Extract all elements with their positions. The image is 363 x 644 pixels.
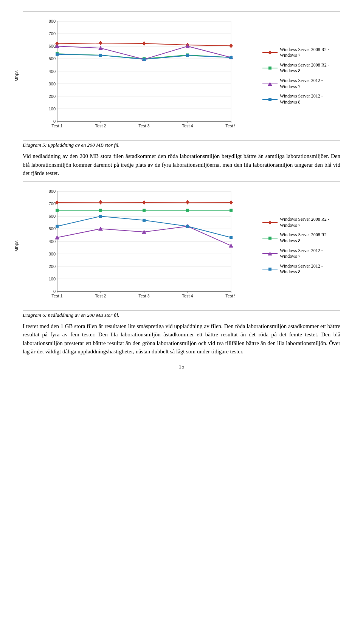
legend-label-4: Windows Server 2012 - Windows 8 xyxy=(280,93,336,105)
chart2-legend: Windows Server 2008 R2 - Windows 7 Windo… xyxy=(257,186,336,307)
svg-text:100: 100 xyxy=(49,107,56,111)
svg-rect-108 xyxy=(143,218,146,221)
svg-rect-109 xyxy=(186,224,189,228)
svg-rect-107 xyxy=(99,215,102,218)
legend-item-1: Windows Server 2008 R2 - Windows 7 xyxy=(262,47,336,59)
svg-text:600: 600 xyxy=(49,44,56,48)
svg-text:400: 400 xyxy=(49,239,56,243)
svg-rect-55 xyxy=(268,67,271,70)
chart2-legend-label-2: Windows Server 2008 R2 - Windows 8 xyxy=(280,232,336,244)
svg-text:Test 1: Test 1 xyxy=(51,294,62,298)
body-text-2: I testet med den 1 GB stora filen är res… xyxy=(23,322,340,356)
chart2-legend-item-4: Windows Server 2012 - Windows 8 xyxy=(262,263,336,275)
svg-text:800: 800 xyxy=(49,19,56,23)
svg-rect-98 xyxy=(143,209,146,212)
svg-text:Test 3: Test 3 xyxy=(138,294,149,298)
svg-text:200: 200 xyxy=(49,94,56,99)
svg-rect-106 xyxy=(56,224,59,228)
svg-text:700: 700 xyxy=(49,201,56,206)
chart1-container: Mbps 0100200300400500600700800Test 1Test… xyxy=(23,11,340,141)
svg-rect-48 xyxy=(143,58,146,61)
svg-text:200: 200 xyxy=(49,264,56,268)
chart2-container: Mbps 0100200300400500600700800Test 1Test… xyxy=(23,181,340,311)
svg-rect-114 xyxy=(268,237,271,240)
svg-rect-96 xyxy=(56,209,59,212)
svg-text:Test 5: Test 5 xyxy=(225,124,235,128)
chart1-area: Mbps 0100200300400500600700800Test 1Test… xyxy=(23,15,257,136)
chart1-legend: Windows Server 2008 R2 - Windows 7 Windo… xyxy=(257,15,336,136)
chart2-caption: Diagram 6: nedladdning av en 200 MB stor… xyxy=(23,312,340,318)
chart2-legend-item-2: Windows Server 2008 R2 - Windows 8 xyxy=(262,232,336,244)
svg-rect-47 xyxy=(99,54,102,57)
chart2-legend-label-1: Windows Server 2008 R2 - Windows 7 xyxy=(280,217,336,228)
svg-text:700: 700 xyxy=(49,31,56,36)
chart2-legend-label-3: Windows Server 2012 - Windows 7 xyxy=(280,248,336,260)
svg-text:Test 2: Test 2 xyxy=(95,124,106,128)
svg-text:300: 300 xyxy=(49,82,56,86)
svg-text:500: 500 xyxy=(49,56,56,61)
chart2-legend-item-1: Windows Server 2008 R2 - Windows 7 xyxy=(262,217,336,228)
svg-marker-112 xyxy=(268,221,272,224)
legend-item-3: Windows Server 2012 - Windows 7 xyxy=(262,78,336,90)
svg-text:400: 400 xyxy=(49,69,56,74)
svg-text:Test 3: Test 3 xyxy=(138,124,149,128)
svg-text:0: 0 xyxy=(53,119,56,124)
svg-text:600: 600 xyxy=(49,214,56,218)
svg-rect-59 xyxy=(268,98,271,101)
chart1-caption: Diagram 5: uppladdning av en 200 MB stor… xyxy=(23,142,340,148)
legend-item-4: Windows Server 2012 - Windows 8 xyxy=(262,93,336,105)
svg-text:500: 500 xyxy=(49,226,56,231)
chart2-area: Mbps 0100200300400500600700800Test 1Test… xyxy=(23,186,257,307)
svg-text:Test 5: Test 5 xyxy=(225,294,235,298)
svg-text:Test 1: Test 1 xyxy=(51,124,62,128)
svg-text:800: 800 xyxy=(49,189,56,194)
svg-rect-99 xyxy=(186,209,189,212)
svg-text:0: 0 xyxy=(53,289,56,294)
svg-rect-118 xyxy=(268,268,271,271)
page-number: 15 xyxy=(23,364,340,370)
chart2-y-label: Mbps xyxy=(14,240,19,251)
svg-text:Test 2: Test 2 xyxy=(95,294,106,298)
chart2-legend-label-4: Windows Server 2012 - Windows 8 xyxy=(280,263,336,275)
svg-rect-97 xyxy=(99,209,102,212)
svg-rect-49 xyxy=(186,54,189,57)
svg-rect-50 xyxy=(230,56,233,59)
svg-text:Test 4: Test 4 xyxy=(182,124,193,128)
svg-rect-46 xyxy=(56,53,59,56)
chart1-y-label: Mbps xyxy=(14,70,19,81)
svg-text:100: 100 xyxy=(49,276,56,281)
svg-rect-110 xyxy=(230,236,233,239)
legend-label-1: Windows Server 2008 R2 - Windows 7 xyxy=(280,47,336,59)
legend-label-2: Windows Server 2008 R2 - Windows 8 xyxy=(280,62,336,74)
svg-text:300: 300 xyxy=(49,251,56,256)
legend-label-3: Windows Server 2012 - Windows 7 xyxy=(280,78,336,90)
chart2-legend-item-3: Windows Server 2012 - Windows 7 xyxy=(262,248,336,260)
svg-rect-100 xyxy=(230,209,233,212)
svg-text:Test 4: Test 4 xyxy=(182,294,193,298)
body-text-1: Vid nedladdning av den 200 MB stora file… xyxy=(23,152,340,178)
legend-item-2: Windows Server 2008 R2 - Windows 8 xyxy=(262,62,336,74)
